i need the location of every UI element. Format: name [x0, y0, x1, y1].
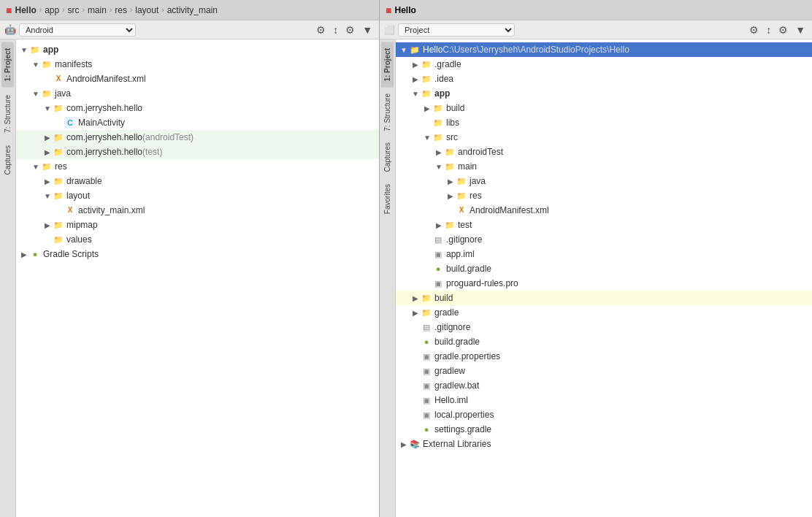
tree-row[interactable]: ●settings.gradle [396, 422, 812, 437]
tree-row[interactable]: ▣gradle.properties [396, 349, 812, 364]
tree-row[interactable]: ▼📁java [16, 86, 379, 101]
tree-row[interactable]: ▶📁build [396, 291, 812, 305]
right-tab-captures[interactable]: Captures [381, 137, 394, 178]
tree-row[interactable]: ▶📁mipmap [16, 218, 379, 232]
tree-expand-arrow[interactable]: ▶ [410, 294, 421, 302]
tree-row[interactable]: XAndroidManifest.xml [16, 72, 379, 86]
tree-label: .gitignore [434, 322, 470, 332]
tree-label: androidTest [458, 147, 503, 157]
tree-expand-arrow[interactable]: ▶ [42, 134, 53, 142]
tree-expand-arrow[interactable]: ▼ [410, 90, 421, 98]
tree-expand-arrow[interactable]: ▼ [434, 163, 444, 171]
tree-row[interactable]: ▤.gitignore [396, 232, 812, 247]
tree-row[interactable]: ▼📁app [396, 86, 812, 101]
right-more-btn[interactable]: ▼ [793, 23, 808, 37]
tree-row[interactable]: ▼📁src [396, 130, 812, 145]
tree-row[interactable]: ▶📁androidTest [396, 145, 812, 159]
left-settings-btn[interactable]: ⚙ [314, 23, 328, 37]
left-breadcrumb-hello[interactable]: Hello [15, 5, 36, 15]
tree-expand-arrow[interactable]: ▼ [399, 46, 409, 54]
right-config-btn[interactable]: ⚙ [776, 23, 790, 37]
left-more-btn[interactable]: ▼ [360, 23, 375, 37]
tree-row[interactable]: ▶📁build [396, 101, 812, 115]
tree-expand-arrow[interactable]: ▼ [31, 163, 41, 171]
tree-row[interactable]: ▼📁Hello C:\Users\Jerrysheh\AndroidStudio… [396, 42, 812, 57]
tree-expand-arrow[interactable]: ▶ [410, 61, 421, 69]
tree-row[interactable]: ▶📚External Libraries [396, 437, 812, 451]
tree-row[interactable]: ▶📁drawable [16, 174, 379, 188]
tree-row[interactable]: XAndroidManifest.xml [396, 203, 812, 218]
tree-expand-arrow[interactable]: ▶ [410, 309, 421, 317]
tree-expand-arrow[interactable]: ▶ [445, 177, 456, 185]
tree-expand-arrow[interactable]: ▼ [19, 46, 29, 54]
tree-row[interactable]: Xactivity_main.xml [16, 203, 379, 218]
tree-expand-arrow[interactable]: ▶ [42, 177, 53, 185]
right-settings-btn[interactable]: ⚙ [747, 23, 761, 37]
tree-row[interactable]: ▶📁.gradle [396, 57, 812, 72]
right-sync-btn[interactable]: ↕ [764, 23, 773, 37]
gradle-icon: ● [29, 248, 41, 260]
left-tab-structure[interactable]: 7: Structure [1, 89, 14, 139]
tree-expand-arrow[interactable]: ▶ [434, 221, 444, 229]
tree-expand-arrow[interactable]: ▶ [19, 250, 29, 258]
tree-row[interactable]: ●build.gradle [396, 334, 812, 349]
tree-expand-arrow[interactable]: ▶ [399, 440, 409, 448]
left-breadcrumb-res[interactable]: res [115, 5, 127, 15]
left-toolbar: 🤖 Android ⚙ ↕ ⚙ ▼ [0, 20, 379, 39]
tree-row[interactable]: ▣proguard-rules.pro [396, 276, 812, 291]
left-sync-btn[interactable]: ↕ [331, 23, 340, 37]
tree-expand-arrow[interactable]: ▶ [445, 192, 456, 200]
tree-row[interactable]: ▼📁com.jerrysheh.hello [16, 101, 379, 115]
tree-expand-arrow[interactable]: ▶ [434, 148, 444, 156]
tree-row[interactable]: ▶📁res [396, 188, 812, 203]
tree-row[interactable]: ▶📁.idea [396, 72, 812, 86]
tree-row[interactable]: ▶📁test [396, 218, 812, 232]
tree-row[interactable]: ▣local.properties [396, 407, 812, 422]
tree-row[interactable]: ▶📁com.jerrysheh.hello (androidTest) [16, 130, 379, 145]
tree-row[interactable]: ▤.gitignore [396, 320, 812, 334]
folder-icon: 📁 [432, 117, 444, 129]
tree-row[interactable]: ▣app.iml [396, 247, 812, 261]
tree-row[interactable]: ▣gradlew [396, 364, 812, 378]
tree-label: build [446, 103, 464, 113]
tree-row[interactable]: ▶●Gradle Scripts [16, 247, 379, 261]
left-breadcrumb-layout[interactable]: layout [135, 5, 158, 15]
tree-row[interactable]: ▣Hello.iml [396, 393, 812, 407]
right-tab-structure[interactable]: 7: Structure [381, 88, 394, 137]
tree-row[interactable]: ▼📁manifests [16, 57, 379, 72]
right-tree-area: ▼📁Hello C:\Users\Jerrysheh\AndroidStudio… [396, 39, 812, 517]
tree-row[interactable]: ▶📁gradle [396, 305, 812, 320]
tree-expand-arrow[interactable]: ▼ [31, 90, 41, 98]
right-tab-project[interactable]: 1: Project [381, 42, 394, 88]
left-view-selector[interactable]: Android [19, 23, 136, 37]
right-view-selector[interactable]: Project [398, 23, 515, 37]
tree-expand-arrow[interactable]: ▼ [42, 192, 53, 200]
tree-row[interactable]: ●build.gradle [396, 261, 812, 276]
tree-expand-arrow[interactable]: ▶ [42, 221, 53, 229]
left-breadcrumb-main[interactable]: main [88, 5, 107, 15]
tree-expand-arrow[interactable]: ▼ [422, 134, 432, 142]
tree-label: .idea [434, 74, 453, 84]
tree-expand-arrow[interactable]: ▼ [31, 61, 41, 69]
tree-row[interactable]: ▼📁app [16, 42, 379, 57]
left-tab-captures[interactable]: Captures [1, 139, 14, 181]
tree-row[interactable]: ▣gradlew.bat [396, 378, 812, 393]
tree-row[interactable]: ▼📁layout [16, 188, 379, 203]
left-breadcrumb-activity[interactable]: activity_main [167, 5, 218, 15]
tree-row[interactable]: 📁values [16, 232, 379, 247]
left-config-btn[interactable]: ⚙ [343, 23, 357, 37]
right-tab-favorites[interactable]: Favorites [381, 178, 394, 220]
left-breadcrumb-src[interactable]: src [68, 5, 80, 15]
left-breadcrumb-app[interactable]: app [45, 5, 59, 15]
left-tab-project[interactable]: 1: Project [1, 42, 14, 88]
tree-row[interactable]: 📁libs [396, 115, 812, 130]
tree-row[interactable]: ▼📁main [396, 159, 812, 174]
tree-expand-arrow[interactable]: ▶ [410, 75, 421, 83]
tree-expand-arrow[interactable]: ▼ [42, 104, 53, 112]
tree-row[interactable]: CMainActivity [16, 115, 379, 130]
tree-expand-arrow[interactable]: ▶ [42, 148, 53, 156]
tree-expand-arrow[interactable]: ▶ [422, 104, 432, 112]
tree-row[interactable]: ▼📁res [16, 159, 379, 174]
tree-row[interactable]: ▶📁java [396, 174, 812, 188]
tree-row[interactable]: ▶📁com.jerrysheh.hello (test) [16, 145, 379, 159]
